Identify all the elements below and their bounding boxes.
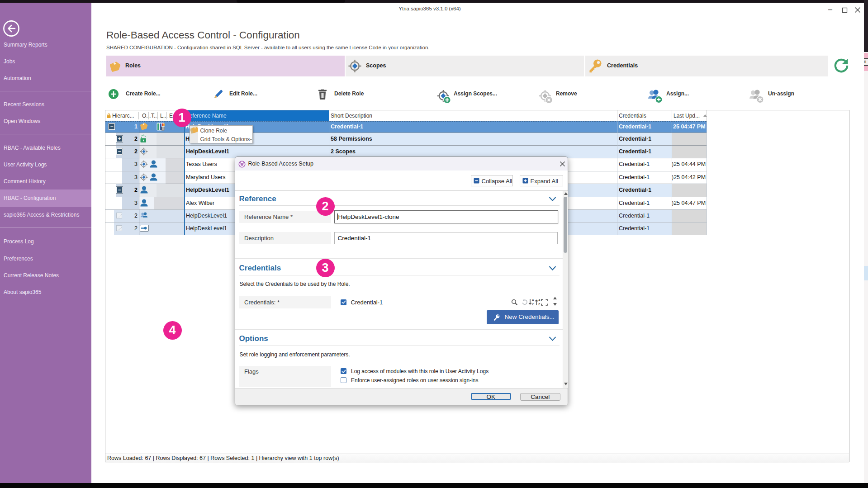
svg-text:Z: Z [532, 303, 534, 306]
svg-text:A: A [538, 298, 541, 302]
svg-text:A: A [532, 298, 534, 302]
svg-text:Z: Z [538, 303, 540, 306]
